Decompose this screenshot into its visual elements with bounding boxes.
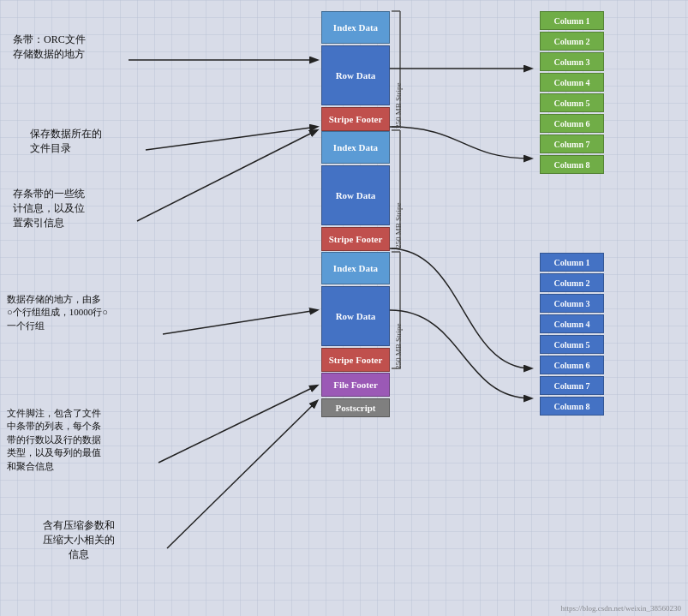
col8-g2: Column 8 (540, 397, 604, 416)
stripe1-row: Row Data (321, 45, 390, 105)
col4-g1: Column 4 (540, 73, 604, 92)
stripe2-label: 250 MB Stripe (394, 131, 403, 248)
ann-dir: 保存数据所在的文件目录 (30, 127, 102, 156)
file-section: File Footer Postscript (321, 373, 390, 417)
svg-line-10 (146, 127, 317, 150)
stripe1-footer: Stripe Footer (321, 107, 390, 131)
ann-rowgroup: 数据存储的地方，由多○个行组组成，10000行○一个行组 (7, 293, 108, 332)
stripe1-label: 250 MB Stripe (394, 11, 403, 129)
stripe3-label: 250 MB Stripe (394, 252, 403, 369)
stripe3-index: Index Data (321, 252, 390, 284)
watermark: https://blog.csdn.net/weixin_38560230 (561, 604, 682, 613)
col2-g2: Column 2 (540, 273, 604, 292)
col4-g2: Column 4 (540, 314, 604, 333)
col7-g2: Column 7 (540, 376, 604, 395)
diagram-container: Index Data Row Data Stripe Footer 250 MB… (0, 0, 688, 616)
ann-stripe: 条带：ORC文件存储数据的地方 (13, 33, 86, 62)
col8-g1: Column 8 (540, 155, 604, 174)
col6-g1: Column 6 (540, 114, 604, 133)
stripe3-footer: Stripe Footer (321, 348, 390, 372)
col1-g2: Column 1 (540, 253, 604, 272)
postscript: Postscript (321, 398, 390, 417)
svg-line-11 (137, 130, 317, 221)
col7-g1: Column 7 (540, 135, 604, 153)
col6-g2: Column 6 (540, 356, 604, 374)
col5-g1: Column 5 (540, 93, 604, 112)
stripe1-index: Index Data (321, 11, 390, 44)
col3-g2: Column 3 (540, 294, 604, 313)
ann-postscript: 含有压缩参数和压缩大小相关的信息 (43, 518, 115, 561)
col1-g1: Column 1 (540, 11, 604, 30)
stripe3-row: Row Data (321, 286, 390, 346)
stripe2-row: Row Data (321, 165, 390, 225)
col-group-1: Column 1 Column 2 Column 3 Column 4 Colu… (540, 11, 604, 174)
stripe2-footer: Stripe Footer (321, 227, 390, 251)
col5-g2: Column 5 (540, 335, 604, 354)
stripe-2: Index Data Row Data Stripe Footer (321, 131, 390, 251)
stripe-1: Index Data Row Data Stripe Footer (321, 11, 390, 131)
ann-stat: 存条带的一些统计信息，以及位置索引信息 (13, 187, 85, 230)
col-group-2: Column 1 Column 2 Column 3 Column 4 Colu… (540, 253, 604, 416)
svg-line-14 (167, 401, 317, 548)
svg-line-13 (159, 386, 317, 463)
ann-filefooter: 文件脚注，包含了文件中条带的列表，每个条带的行数以及行的数据类型，以及每列的最值… (7, 407, 101, 473)
col3-g1: Column 3 (540, 52, 604, 71)
stripe2-index: Index Data (321, 131, 390, 164)
col2-g1: Column 2 (540, 32, 604, 51)
svg-line-12 (163, 310, 317, 334)
file-footer: File Footer (321, 373, 390, 397)
stripe-3: Index Data Row Data Stripe Footer (321, 252, 390, 372)
